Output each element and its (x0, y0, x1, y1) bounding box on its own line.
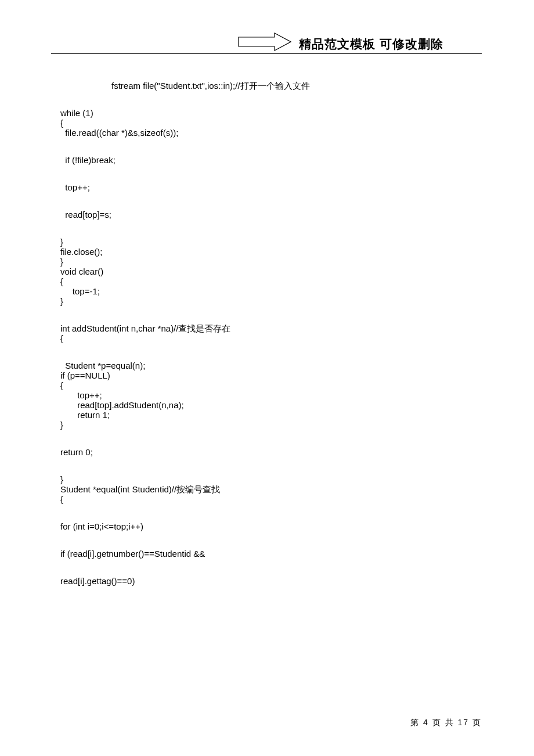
code-line: Student *p=equal(n); (60, 361, 474, 371)
code-line: } (60, 420, 474, 430)
code-line: top=-1; (60, 287, 474, 297)
page-footer: 第 4 页 共 17 页 (410, 718, 482, 728)
code-line: file.close(); (60, 247, 474, 257)
code-line: { (60, 381, 474, 391)
code-line: if (read[i].getnumber()==Studentid && (60, 549, 474, 559)
code-line: for (int i=0;i<=top;i++) (60, 522, 474, 532)
code-line: } (60, 237, 474, 247)
code-line: top++; (60, 183, 474, 193)
code-line: if (!file)break; (60, 156, 474, 165)
code-line: read[top].addStudent(n,na); (60, 401, 474, 411)
code-line: int addStudent(int n,char *na)//查找是否存在 (60, 324, 474, 334)
code-line: return 1; (60, 411, 474, 420)
code-line: if (p==NULL) (60, 371, 474, 381)
code-line: { (60, 277, 474, 287)
code-line: void clear() (60, 267, 474, 277)
code-block: fstream file("Student.txt",ios::in);//打开… (60, 81, 474, 586)
code-line: top++; (60, 391, 474, 401)
code-line: { (60, 118, 474, 128)
code-line: { (60, 495, 474, 505)
code-line: } (60, 475, 474, 485)
header-title: 精品范文模板 可修改删除 (299, 36, 443, 52)
code-line: } (60, 297, 474, 307)
code-line: fstream file("Student.txt",ios::in);//打开… (60, 81, 474, 91)
code-line: return 0; (60, 448, 474, 458)
code-line: } (60, 257, 474, 267)
code-line: read[i].gettag()==0) (60, 577, 474, 586)
code-line: file.read((char *)&s,sizeof(s)); (60, 128, 474, 138)
arrow-icon (238, 33, 291, 53)
code-line: { (60, 334, 474, 344)
code-line: while (1) (60, 109, 474, 118)
header-divider (51, 53, 482, 54)
code-line: read[top]=s; (60, 210, 474, 220)
code-line: Student *equal(int Studentid)//按编号查找 (60, 485, 474, 495)
